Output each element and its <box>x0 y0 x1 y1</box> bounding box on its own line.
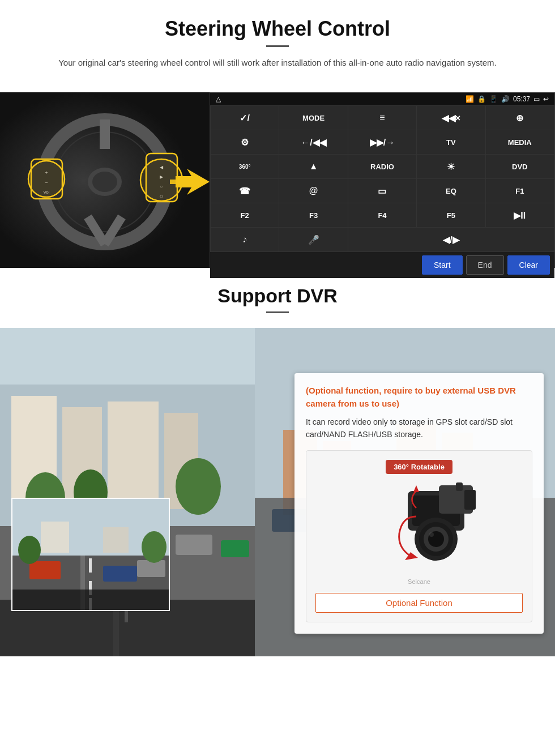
btn-display[interactable]: ▭ <box>348 179 416 203</box>
btn-f4[interactable]: F4 <box>348 203 416 227</box>
steering-wheel-svg: + − Vol ◀ ▶ ○ ◇ <box>0 92 210 268</box>
status-left: △ <box>216 95 221 103</box>
svg-point-73 <box>429 532 434 537</box>
dvr-photo-background: (Optional function, require to buy exter… <box>0 328 555 656</box>
clock: 05:37 <box>513 95 530 103</box>
btn-nav[interactable]: ✓/ <box>211 106 279 130</box>
seicane-watermark: Seicane <box>408 578 430 585</box>
svg-marker-75 <box>413 485 419 492</box>
dvr-inset-photo <box>11 498 170 611</box>
home-icon: △ <box>216 95 221 103</box>
svg-point-62 <box>18 536 41 564</box>
dvr-360-badge: 360° Rotatable <box>386 460 452 474</box>
btn-eq[interactable]: EQ <box>417 179 485 203</box>
btn-mute[interactable]: ◀◀× <box>417 106 485 130</box>
steering-description: Your original car's steering wheel contr… <box>57 56 498 70</box>
svg-rect-61 <box>137 560 165 577</box>
svg-rect-60 <box>103 566 137 582</box>
btn-mode[interactable]: MODE <box>279 106 347 130</box>
ui-button-grid: ✓/ MODE ≡ ◀◀× ⊕ ⚙ ←/◀◀ ▶▶/→ TV MEDIA 360… <box>210 105 554 252</box>
svg-rect-77 <box>456 482 463 491</box>
svg-rect-64 <box>41 522 69 553</box>
dvr-optional-text: (Optional function, require to buy exter… <box>306 385 532 410</box>
svg-point-8 <box>92 172 117 192</box>
svg-point-36 <box>176 458 221 515</box>
steering-content: + − Vol ◀ ▶ ○ ◇ △ <box>0 92 555 268</box>
btn-music[interactable]: ♪ <box>211 228 279 251</box>
window-icon: ▭ <box>533 95 540 103</box>
status-right: 📶 🔒 📱 🔊 05:37 ▭ ↩ <box>466 95 549 103</box>
svg-rect-40 <box>221 540 249 557</box>
btn-f5[interactable]: F5 <box>417 203 485 227</box>
status-bar: △ 📶 🔒 📱 🔊 05:37 ▭ ↩ <box>210 93 554 105</box>
sim-icon: 📱 <box>489 95 498 103</box>
btn-dvd[interactable]: DVD <box>486 155 554 178</box>
svg-rect-56 <box>89 558 92 573</box>
svg-rect-65 <box>103 527 129 553</box>
svg-rect-66 <box>12 590 170 611</box>
btn-phone[interactable]: ☎ <box>211 179 279 203</box>
dvr-header: Support DVR <box>0 268 555 328</box>
btn-360[interactable]: 360° <box>211 155 279 178</box>
steering-section: Steering Wheel Control Your original car… <box>0 0 555 92</box>
title-divider <box>266 45 289 47</box>
btn-mic[interactable]: 🎤 <box>279 228 347 251</box>
btn-f3[interactable]: F3 <box>279 203 347 227</box>
svg-rect-59 <box>29 561 61 579</box>
svg-point-63 <box>142 531 166 563</box>
btn-radio[interactable]: RADIO <box>348 155 416 178</box>
btn-f2[interactable]: F2 <box>211 203 279 227</box>
dvr-camera-box: 360° Rotatable <box>306 450 532 622</box>
wifi-icon: 📶 <box>466 95 474 103</box>
steering-photo: + − Vol ◀ ▶ ○ ◇ <box>0 92 210 268</box>
svg-rect-27 <box>108 402 159 509</box>
steering-title: Steering Wheel Control <box>23 17 532 41</box>
btn-prev[interactable]: ←/◀◀ <box>279 130 347 154</box>
btn-eject[interactable]: ▲ <box>279 155 347 178</box>
btn-apps[interactable]: ⊕ <box>486 106 554 130</box>
volume-icon: 🔊 <box>501 95 510 103</box>
btn-internet[interactable]: @ <box>279 179 347 203</box>
btn-next[interactable]: ▶▶/→ <box>348 130 416 154</box>
dvr-info-box: (Optional function, require to buy exter… <box>294 373 544 634</box>
btn-vol-ctrl[interactable]: ◀/▶ <box>348 228 554 251</box>
btn-brightness[interactable]: ☀ <box>417 155 485 178</box>
dvr-title: Support DVR <box>23 285 532 307</box>
dvr-section: Support DVR <box>0 268 555 664</box>
head-unit-panel: △ 📶 🔒 📱 🔊 05:37 ▭ ↩ ✓/ MODE ≡ ◀◀× ⊕ ⚙ ←/… <box>210 92 555 268</box>
btn-f1[interactable]: F1 <box>486 179 554 203</box>
btn-settings[interactable]: ⚙ <box>211 130 279 154</box>
btn-media[interactable]: MEDIA <box>486 130 554 154</box>
svg-rect-39 <box>176 535 212 555</box>
btn-tv[interactable]: TV <box>417 130 485 154</box>
btn-playpause[interactable]: ▶II <box>486 203 554 227</box>
back-icon: ↩ <box>543 95 549 103</box>
btn-menu[interactable]: ≡ <box>348 106 416 130</box>
svg-point-13 <box>28 161 65 197</box>
optional-function-button[interactable]: Optional Function <box>315 593 523 613</box>
dvr-inset-svg <box>12 499 170 611</box>
svg-rect-78 <box>464 490 476 510</box>
dvr-divider <box>266 311 289 313</box>
dvr-camera-svg <box>351 480 487 576</box>
lock-icon: 🔒 <box>477 95 486 103</box>
dvr-desc-text: It can record video only to storage in G… <box>306 416 532 441</box>
